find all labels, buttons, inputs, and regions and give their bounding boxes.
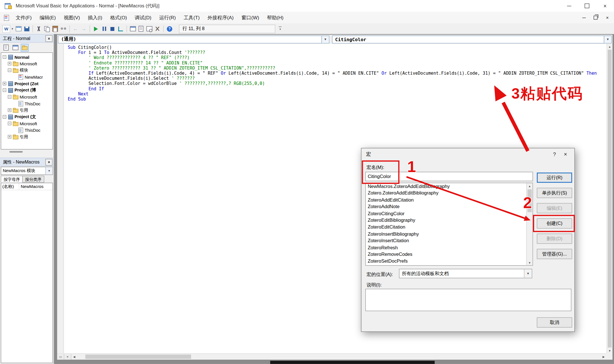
run-button[interactable]: 运行(R)	[537, 173, 572, 183]
tab-categorized[interactable]: 按分类序	[22, 176, 44, 183]
tree-item[interactable]: −Microsoft	[1, 120, 53, 127]
menu-item-8[interactable]: 外接程序(A)	[203, 12, 237, 23]
panel-splitter-handle[interactable]	[9, 151, 23, 153]
organizer-button[interactable]: 管理器(G)...	[537, 249, 572, 259]
tree-item[interactable]: +引用	[1, 107, 53, 113]
expand-icon[interactable]: +	[8, 62, 11, 65]
macro-list-item[interactable]: ZoteroEditCitation	[366, 224, 532, 231]
find-icon[interactable]	[59, 25, 67, 33]
scroll-right-icon[interactable]: ▶	[601, 355, 607, 358]
collapse-icon[interactable]: −	[8, 68, 11, 72]
toolbar-options-button[interactable]: ▾	[277, 25, 283, 33]
menu-item-7[interactable]: 工具(T)	[180, 12, 203, 23]
macro-list-item[interactable]: Zotero.ZoteroAddEditBibliography	[366, 190, 532, 197]
menu-item-6[interactable]: 运行(R)	[155, 12, 180, 23]
macro-list-item[interactable]: ZoteroInsertBibliography	[366, 231, 532, 238]
cancel-button[interactable]: 取消	[537, 317, 572, 328]
dropdown-caret-icon[interactable]: ▾	[11, 27, 14, 30]
macro-list-item[interactable]: ZoteroAddEditCitation	[366, 197, 532, 204]
procedure-combo[interactable]: CitingColor ▼	[332, 35, 612, 43]
tab-alphabetic[interactable]: 按字母序	[1, 176, 23, 183]
tree-item[interactable]: NewMacr	[1, 74, 53, 80]
insert-userform-icon[interactable]	[14, 25, 22, 33]
horizontal-scroll-thumb[interactable]	[85, 355, 191, 359]
redo-icon[interactable]	[80, 25, 88, 33]
child-close-button[interactable]: ×	[605, 15, 610, 20]
vertical-scrollbar[interactable]: ▲ ▼	[607, 44, 613, 353]
step-into-button[interactable]: 单步执行(S)	[537, 188, 572, 198]
menu-item-10[interactable]: 帮助(H)	[263, 12, 288, 23]
tree-item[interactable]: +Microsoft	[1, 60, 53, 67]
chevron-down-icon[interactable]: ▼	[321, 36, 329, 43]
help-icon[interactable]: ?	[550, 151, 560, 157]
tree-item[interactable]: −Project (博	[1, 87, 53, 93]
run-icon[interactable]	[92, 25, 100, 33]
tree-item[interactable]: −模块	[1, 67, 53, 74]
tree-item[interactable]: +Project (Zot	[1, 80, 53, 87]
properties-window-icon[interactable]	[137, 25, 145, 33]
collapse-icon[interactable]: −	[8, 95, 11, 99]
undo-icon[interactable]	[72, 25, 80, 33]
full-module-view-button[interactable]: ≡	[64, 354, 71, 359]
paste-icon[interactable]	[51, 25, 59, 33]
menu-item-2[interactable]: 视图(V)	[60, 12, 84, 23]
tree-item[interactable]: ThisDoc	[1, 127, 53, 133]
macro-dialog-titlebar[interactable]: 宏 ? ×	[361, 148, 575, 160]
tree-item[interactable]: −Microsoft	[1, 93, 53, 100]
view-word-icon[interactable]	[2, 25, 10, 33]
dialog-close-icon[interactable]: ×	[559, 151, 571, 157]
expand-icon[interactable]: +	[8, 108, 11, 112]
object-combo[interactable]: (通用) ▼	[58, 35, 329, 43]
child-minimize-button[interactable]	[581, 15, 586, 20]
help-icon[interactable]	[166, 25, 174, 33]
macro-list-item[interactable]: ZoteroCitingColor	[366, 210, 532, 217]
chevron-down-icon[interactable]: ▼	[524, 269, 532, 278]
menu-item-1[interactable]: 编辑(E)	[36, 12, 60, 23]
collapse-icon[interactable]: −	[3, 115, 6, 118]
close-button[interactable]: ×	[596, 0, 614, 12]
tree-item[interactable]: +引用	[1, 133, 53, 140]
tree-item[interactable]: ThisDoc	[1, 100, 53, 107]
macro-list-item[interactable]: ZoteroSetDocPrefs	[366, 258, 532, 265]
design-mode-icon[interactable]	[117, 25, 125, 33]
property-value[interactable]: NewMacros	[19, 183, 53, 190]
reset-icon[interactable]	[109, 25, 116, 33]
code-margin-indicator-bar[interactable]	[57, 44, 64, 353]
macro-description-box[interactable]	[365, 289, 571, 311]
break-icon[interactable]	[100, 25, 108, 33]
object-browser-icon[interactable]	[145, 25, 153, 33]
macro-list-item[interactable]: ZoteroInsertCitation	[366, 238, 532, 244]
tree-item[interactable]: −Project (文	[1, 114, 53, 120]
scroll-down-icon[interactable]: ▼	[607, 348, 612, 353]
copy-icon[interactable]	[43, 25, 51, 33]
minimize-button[interactable]	[560, 0, 578, 12]
expand-icon[interactable]: +	[8, 135, 11, 138]
property-row[interactable]: (名称) NewMacros	[1, 183, 53, 190]
menu-item-3[interactable]: 插入(I)	[84, 12, 106, 23]
scroll-up-icon[interactable]: ▲	[607, 44, 612, 49]
view-code-button[interactable]	[2, 44, 10, 52]
project-explorer-icon[interactable]	[129, 25, 137, 33]
vertical-scroll-thumb[interactable]	[608, 50, 612, 348]
chevron-down-icon[interactable]: ▼	[604, 36, 611, 43]
horizontal-scrollbar[interactable]: ▭ ≡ ◀ ▶	[57, 353, 607, 360]
code-window-icon[interactable]	[4, 15, 9, 21]
menu-item-9[interactable]: 窗口(W)	[238, 12, 263, 23]
procedure-view-button[interactable]: ▭	[57, 354, 64, 359]
tree-item[interactable]: −Normal	[1, 54, 53, 60]
chevron-down-icon[interactable]: ▼	[45, 167, 53, 174]
maximize-button[interactable]	[578, 0, 596, 12]
menu-item-0[interactable]: 文件(F)	[12, 12, 36, 23]
expand-icon[interactable]: +	[3, 82, 6, 85]
macro-list-item[interactable]: ZoteroRemoveCodes	[366, 251, 532, 258]
properties-object-combo[interactable]: NewMacros 模块 ▼	[1, 167, 53, 175]
macro-list-item[interactable]: ZoteroRefresh	[366, 244, 532, 251]
menu-item-4[interactable]: 格式(O)	[106, 12, 131, 23]
toggle-folders-button[interactable]	[21, 44, 29, 52]
menu-item-5[interactable]: 调试(D)	[131, 12, 155, 23]
project-explorer-close-button[interactable]: ×	[45, 35, 53, 41]
toolbox-icon[interactable]	[153, 25, 161, 33]
properties-close-button[interactable]: ×	[45, 159, 53, 165]
scroll-up-icon[interactable]: ▲	[527, 183, 533, 189]
cut-icon[interactable]	[35, 25, 43, 33]
